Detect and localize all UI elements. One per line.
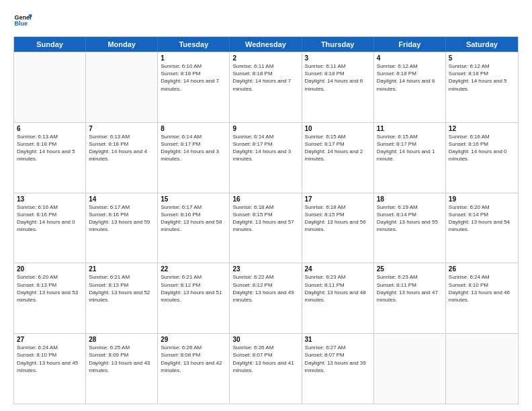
day-number: 29 — [161, 336, 226, 343]
calendar-day-30: 30Sunrise: 6:26 AM Sunset: 8:07 PM Dayli… — [230, 334, 302, 404]
calendar-day-empty — [14, 52, 86, 122]
weekday-header-tuesday: Tuesday — [158, 37, 230, 52]
day-number: 6 — [17, 125, 83, 132]
calendar-day-10: 10Sunrise: 6:15 AM Sunset: 8:17 PM Dayli… — [302, 123, 374, 193]
day-number: 25 — [377, 265, 443, 273]
day-number: 19 — [449, 195, 515, 203]
day-number: 8 — [161, 125, 226, 132]
day-info: Sunrise: 6:16 AM Sunset: 8:16 PM Dayligh… — [17, 203, 83, 234]
day-number: 22 — [161, 265, 226, 273]
day-info: Sunrise: 6:20 AM Sunset: 8:14 PM Dayligh… — [449, 203, 515, 234]
page: General Blue SundayMondayTuesdayWednesda… — [0, 0, 532, 411]
day-info: Sunrise: 6:17 AM Sunset: 8:16 PM Dayligh… — [161, 203, 226, 234]
day-number: 9 — [232, 125, 298, 132]
day-number: 27 — [17, 336, 83, 343]
calendar-day-empty — [86, 52, 158, 122]
day-info: Sunrise: 6:24 AM Sunset: 8:10 PM Dayligh… — [449, 273, 515, 304]
day-info: Sunrise: 6:22 AM Sunset: 8:12 PM Dayligh… — [232, 273, 298, 304]
day-info: Sunrise: 6:14 AM Sunset: 8:17 PM Dayligh… — [161, 133, 226, 163]
day-number: 10 — [305, 125, 371, 132]
day-info: Sunrise: 6:25 AM Sunset: 8:09 PM Dayligh… — [89, 344, 154, 374]
day-info: Sunrise: 6:11 AM Sunset: 8:18 PM Dayligh… — [305, 62, 371, 93]
calendar-day-3: 3Sunrise: 6:11 AM Sunset: 8:18 PM Daylig… — [302, 52, 374, 122]
calendar-day-9: 9Sunrise: 6:14 AM Sunset: 8:17 PM Daylig… — [230, 123, 302, 193]
day-info: Sunrise: 6:20 AM Sunset: 8:13 PM Dayligh… — [17, 273, 83, 304]
day-info: Sunrise: 6:11 AM Sunset: 8:18 PM Dayligh… — [232, 62, 298, 93]
calendar-day-11: 11Sunrise: 6:15 AM Sunset: 8:17 PM Dayli… — [374, 123, 446, 193]
weekday-header-monday: Monday — [86, 37, 158, 52]
svg-text:Blue: Blue — [14, 20, 28, 27]
calendar-day-27: 27Sunrise: 6:24 AM Sunset: 8:10 PM Dayli… — [14, 334, 86, 404]
day-info: Sunrise: 6:26 AM Sunset: 8:08 PM Dayligh… — [161, 344, 226, 374]
calendar-day-1: 1Sunrise: 6:10 AM Sunset: 8:18 PM Daylig… — [158, 52, 230, 122]
calendar-day-24: 24Sunrise: 6:23 AM Sunset: 8:11 PM Dayli… — [302, 263, 374, 333]
calendar-row-5: 27Sunrise: 6:24 AM Sunset: 8:10 PM Dayli… — [14, 333, 518, 404]
calendar-day-19: 19Sunrise: 6:20 AM Sunset: 8:14 PM Dayli… — [446, 193, 518, 263]
day-info: Sunrise: 6:23 AM Sunset: 8:11 PM Dayligh… — [377, 273, 443, 304]
day-info: Sunrise: 6:24 AM Sunset: 8:10 PM Dayligh… — [17, 344, 83, 374]
day-info: Sunrise: 6:23 AM Sunset: 8:11 PM Dayligh… — [305, 273, 371, 304]
calendar-row-3: 13Sunrise: 6:16 AM Sunset: 8:16 PM Dayli… — [14, 193, 518, 263]
weekday-header-friday: Friday — [374, 37, 446, 52]
day-number: 30 — [232, 336, 298, 343]
calendar-day-empty — [374, 334, 446, 404]
calendar-row-4: 20Sunrise: 6:20 AM Sunset: 8:13 PM Dayli… — [14, 263, 518, 333]
day-info: Sunrise: 6:13 AM Sunset: 8:18 PM Dayligh… — [17, 133, 83, 163]
day-number: 3 — [305, 54, 371, 62]
header: General Blue — [13, 11, 519, 30]
calendar-day-14: 14Sunrise: 6:17 AM Sunset: 8:16 PM Dayli… — [86, 193, 158, 263]
calendar-day-4: 4Sunrise: 6:12 AM Sunset: 8:18 PM Daylig… — [374, 52, 446, 122]
day-info: Sunrise: 6:27 AM Sunset: 8:07 PM Dayligh… — [305, 344, 371, 374]
calendar-day-13: 13Sunrise: 6:16 AM Sunset: 8:16 PM Dayli… — [14, 193, 86, 263]
day-info: Sunrise: 6:18 AM Sunset: 8:15 PM Dayligh… — [305, 203, 371, 234]
day-number: 24 — [305, 265, 371, 273]
calendar-row-1: 1Sunrise: 6:10 AM Sunset: 8:18 PM Daylig… — [14, 52, 518, 122]
day-info: Sunrise: 6:17 AM Sunset: 8:16 PM Dayligh… — [89, 203, 154, 234]
day-number: 20 — [17, 265, 83, 273]
day-info: Sunrise: 6:13 AM Sunset: 8:18 PM Dayligh… — [89, 133, 154, 163]
calendar-day-28: 28Sunrise: 6:25 AM Sunset: 8:09 PM Dayli… — [86, 334, 158, 404]
calendar-day-15: 15Sunrise: 6:17 AM Sunset: 8:16 PM Dayli… — [158, 193, 230, 263]
calendar-day-29: 29Sunrise: 6:26 AM Sunset: 8:08 PM Dayli… — [158, 334, 230, 404]
calendar-body: 1Sunrise: 6:10 AM Sunset: 8:18 PM Daylig… — [14, 52, 518, 404]
day-info: Sunrise: 6:15 AM Sunset: 8:17 PM Dayligh… — [305, 133, 371, 163]
calendar-day-21: 21Sunrise: 6:21 AM Sunset: 8:13 PM Dayli… — [86, 263, 158, 333]
calendar: SundayMondayTuesdayWednesdayThursdayFrid… — [13, 36, 519, 404]
calendar-day-23: 23Sunrise: 6:22 AM Sunset: 8:12 PM Dayli… — [230, 263, 302, 333]
calendar-day-26: 26Sunrise: 6:24 AM Sunset: 8:10 PM Dayli… — [446, 263, 518, 333]
day-number: 5 — [449, 54, 515, 62]
weekday-header-thursday: Thursday — [302, 37, 374, 52]
day-number: 2 — [232, 54, 298, 62]
day-number: 12 — [449, 125, 515, 132]
day-number: 16 — [232, 195, 298, 203]
weekday-header-saturday: Saturday — [446, 37, 518, 52]
calendar-header: SundayMondayTuesdayWednesdayThursdayFrid… — [14, 37, 518, 52]
day-number: 23 — [232, 265, 298, 273]
day-number: 1 — [161, 54, 226, 62]
day-number: 4 — [377, 54, 443, 62]
calendar-day-20: 20Sunrise: 6:20 AM Sunset: 8:13 PM Dayli… — [14, 263, 86, 333]
day-info: Sunrise: 6:12 AM Sunset: 8:18 PM Dayligh… — [377, 62, 443, 93]
calendar-day-empty — [446, 334, 518, 404]
calendar-day-18: 18Sunrise: 6:19 AM Sunset: 8:14 PM Dayli… — [374, 193, 446, 263]
day-number: 11 — [377, 125, 443, 132]
day-number: 31 — [305, 336, 371, 343]
day-number: 28 — [89, 336, 154, 343]
day-info: Sunrise: 6:15 AM Sunset: 8:17 PM Dayligh… — [377, 133, 443, 163]
day-number: 21 — [89, 265, 154, 273]
calendar-day-16: 16Sunrise: 6:18 AM Sunset: 8:15 PM Dayli… — [230, 193, 302, 263]
calendar-day-17: 17Sunrise: 6:18 AM Sunset: 8:15 PM Dayli… — [302, 193, 374, 263]
day-info: Sunrise: 6:18 AM Sunset: 8:15 PM Dayligh… — [232, 203, 298, 234]
logo: General Blue — [13, 11, 32, 30]
calendar-day-2: 2Sunrise: 6:11 AM Sunset: 8:18 PM Daylig… — [230, 52, 302, 122]
day-number: 13 — [17, 195, 83, 203]
day-number: 7 — [89, 125, 154, 132]
calendar-day-22: 22Sunrise: 6:21 AM Sunset: 8:12 PM Dayli… — [158, 263, 230, 333]
day-info: Sunrise: 6:14 AM Sunset: 8:17 PM Dayligh… — [232, 133, 298, 163]
calendar-day-8: 8Sunrise: 6:14 AM Sunset: 8:17 PM Daylig… — [158, 123, 230, 193]
calendar-row-2: 6Sunrise: 6:13 AM Sunset: 8:18 PM Daylig… — [14, 122, 518, 193]
day-number: 14 — [89, 195, 154, 203]
calendar-day-6: 6Sunrise: 6:13 AM Sunset: 8:18 PM Daylig… — [14, 123, 86, 193]
calendar-day-25: 25Sunrise: 6:23 AM Sunset: 8:11 PM Dayli… — [374, 263, 446, 333]
day-info: Sunrise: 6:26 AM Sunset: 8:07 PM Dayligh… — [232, 344, 298, 374]
